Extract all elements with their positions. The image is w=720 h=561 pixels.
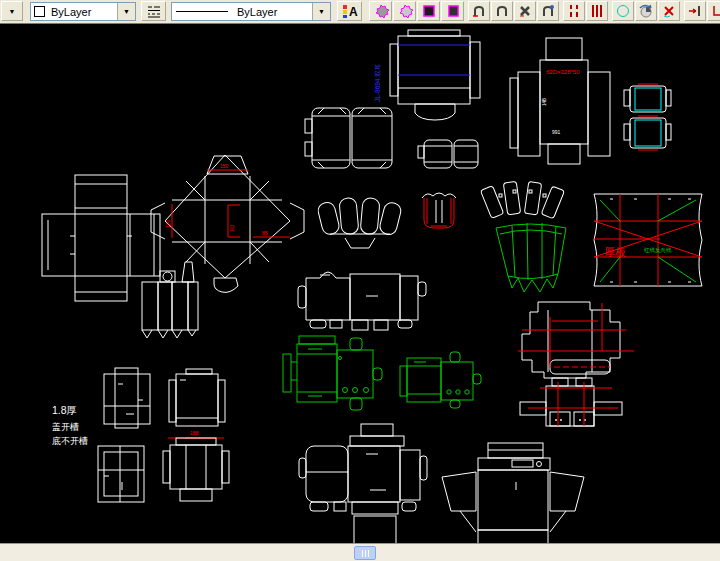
bridge-tool-button-3[interactable] <box>537 1 559 21</box>
dieline-red-crease-box[interactable] <box>518 302 634 378</box>
erase-tool-button[interactable] <box>658 1 680 21</box>
dieline-small-box-4[interactable]: 188 <box>163 430 229 501</box>
bridge-red-icon <box>471 3 487 19</box>
reverse-note-text[interactable]: 红线反向线 <box>644 247 672 253</box>
grip-icon <box>365 550 366 557</box>
svg-text:A: A <box>349 5 358 19</box>
chevron-down-icon[interactable]: ▼ <box>117 3 135 20</box>
dieline-small-box-1[interactable] <box>104 368 150 428</box>
text-color-button[interactable]: A <box>337 1 362 21</box>
linetype-manager-icon <box>146 3 162 19</box>
dieline-green-bucket[interactable] <box>496 223 566 292</box>
text-color-icon: A <box>342 3 358 19</box>
linetype-control-combo[interactable]: ByLayer ▼ <box>171 2 331 21</box>
extend-arrow-icon <box>687 3 703 19</box>
grip-icon <box>368 550 369 557</box>
magenta-frame-icon <box>421 3 437 19</box>
dieline-crown-fan[interactable] <box>316 197 402 248</box>
red-dashed-lines-button[interactable] <box>563 1 585 21</box>
dieline-label-blue[interactable]: JL-8694 双耳 <box>374 63 381 102</box>
dieline-winged-box[interactable] <box>442 443 584 544</box>
code-text[interactable]: 991 <box>552 129 561 135</box>
red-dashed-bars-icon <box>566 3 582 19</box>
dieline-small-box-2[interactable] <box>169 369 225 426</box>
pie-arrow-icon <box>638 3 654 19</box>
dimension-text[interactable]: 162 <box>230 224 235 232</box>
nest-tool-button-1[interactable] <box>369 1 392 21</box>
dimension-text[interactable]: 150 <box>220 163 229 169</box>
color-combo-value: ByLayer <box>48 6 117 18</box>
frame-tool-button-1[interactable] <box>417 1 440 21</box>
circle-tool-button[interactable] <box>612 1 634 21</box>
dieline-red-cup[interactable] <box>422 193 456 228</box>
color-swatch-icon <box>34 6 45 17</box>
dieline-diamond-box[interactable]: 150 120 162 85 <box>151 155 304 292</box>
note-line-1[interactable]: 1.8厚 <box>52 404 77 416</box>
bridge-blue-icon <box>540 3 556 19</box>
magenta-gear-icon <box>373 3 389 19</box>
scrollbar-thumb[interactable] <box>354 546 376 560</box>
bridge-tool-button-2[interactable] <box>491 1 513 21</box>
note-line-2[interactable]: 盖开槽 <box>52 422 79 432</box>
chevron-down-icon: ▼ <box>9 8 16 15</box>
dieline-thick-board-sheet[interactable]: 厚板 红线反向线 <box>594 194 702 286</box>
dieline-rounded-pair-box[interactable] <box>305 108 392 168</box>
red-x-icon <box>661 3 677 19</box>
dieline-small-cyan-box[interactable] <box>624 84 671 150</box>
board-label-text[interactable]: 厚板 <box>604 246 626 258</box>
red-bars-icon <box>589 3 605 19</box>
dimension-text[interactable]: 120 <box>165 219 171 228</box>
corner-trim-button[interactable] <box>707 1 720 21</box>
dieline-tuck-box-jl8694[interactable]: JL-8694 双耳 <box>374 30 480 120</box>
red-lines-button[interactable] <box>586 1 608 21</box>
layer-dropdown-arrow-button[interactable]: ▼ <box>1 1 23 21</box>
magenta-gear-icon <box>397 3 413 19</box>
dieline-handle-box[interactable] <box>142 262 198 338</box>
dimension-text[interactable]: 62D=228*50 <box>546 69 580 75</box>
delete-bridge-button[interactable] <box>514 1 536 21</box>
linetype-combo-value: ByLayer <box>234 6 312 18</box>
frame-tool-button-2[interactable] <box>441 1 464 21</box>
nest-tool-button-2[interactable] <box>393 1 416 21</box>
cyan-circle-icon <box>615 3 631 19</box>
dieline-mid-box[interactable] <box>298 272 426 330</box>
dimension-text[interactable]: 85 <box>262 230 268 236</box>
linetype-sample-icon <box>176 11 228 12</box>
bridge-tool-button-1[interactable] <box>468 1 490 21</box>
note-line-3[interactable]: 底不开槽 <box>52 436 88 446</box>
chevron-down-icon[interactable]: ▼ <box>312 3 330 20</box>
grip-icon <box>362 550 363 557</box>
model-space-canvas[interactable]: JL-8694 双耳 62D=228*50 991 14B <box>0 24 720 544</box>
dimension-text[interactable]: 188 <box>190 430 199 436</box>
dieline-green-box-small[interactable] <box>400 352 481 408</box>
dark-x-icon <box>517 3 533 19</box>
linetype-manager-button[interactable] <box>141 1 166 21</box>
dieline-small-rounded-box[interactable] <box>418 140 478 168</box>
side-text[interactable]: 14B <box>542 98 547 106</box>
color-control-combo[interactable]: ByLayer ▼ <box>30 2 136 21</box>
horizontal-scrollbar[interactable] <box>0 543 720 561</box>
dieline-bottom-center-box[interactable] <box>299 424 427 544</box>
dieline-white-fan[interactable] <box>480 181 564 218</box>
thickness-note[interactable]: 1.8厚 盖开槽 底不开槽 <box>52 404 88 446</box>
bridge-icon <box>494 3 510 19</box>
dieline-small-box-3[interactable] <box>98 446 144 502</box>
magenta-frame-icon <box>445 3 461 19</box>
dieline-red-crease-box-small[interactable] <box>520 378 622 426</box>
dieline-green-box-large[interactable] <box>283 336 382 410</box>
pie-direction-button[interactable] <box>635 1 657 21</box>
dieline-large-box-dim[interactable]: 62D=228*50 991 14B <box>510 38 610 164</box>
object-properties-toolbar: ▼ ByLayer ▼ ByLayer ▼ A <box>0 0 720 24</box>
cad-window: ▼ ByLayer ▼ ByLayer ▼ A <box>0 0 720 561</box>
extend-to-edge-button[interactable] <box>684 1 706 21</box>
red-corner-icon <box>710 3 720 19</box>
